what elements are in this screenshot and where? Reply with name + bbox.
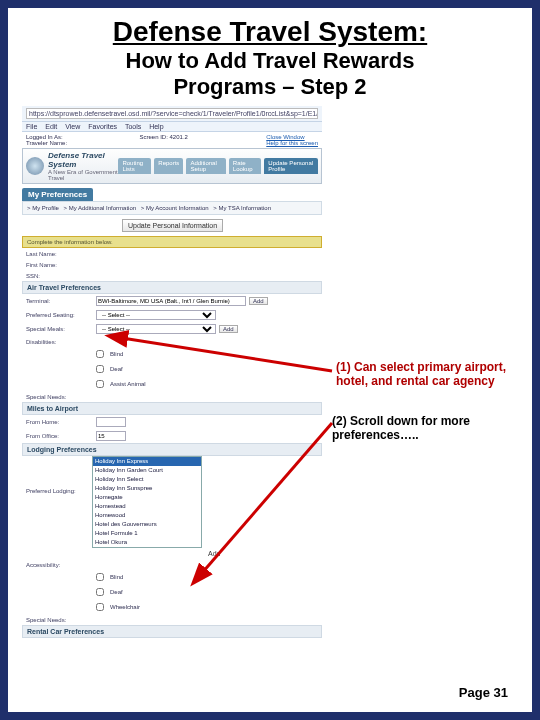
chk-assist-animal[interactable] xyxy=(96,380,104,388)
lodging-opt-7[interactable]: Hotel des Gouverneurs xyxy=(93,520,201,529)
menu-help[interactable]: Help xyxy=(149,123,163,130)
tab-reports[interactable]: Reports xyxy=(154,158,183,174)
tab-routing[interactable]: Routing Lists xyxy=(118,158,151,174)
chk-acc-blind[interactable] xyxy=(96,573,104,581)
from-office-field[interactable] xyxy=(96,431,126,441)
menu-tools[interactable]: Tools xyxy=(125,123,141,130)
dts-screenshot: https://dtsproweb.defensetravel.osd.mil/… xyxy=(22,106,322,638)
special-meals-select[interactable]: -- Select -- xyxy=(96,324,216,334)
crumb-addl-info[interactable]: > My Additional Information xyxy=(64,205,137,211)
label-last-name: Last Name: xyxy=(26,251,96,257)
status-row: Logged In As: Traveler Name: Screen ID: … xyxy=(22,132,322,148)
label-special-needs: Special Needs: xyxy=(26,394,96,400)
from-home-field[interactable] xyxy=(96,417,126,427)
my-preferences-tab[interactable]: My Preferences xyxy=(22,188,93,201)
update-personal-info-button[interactable]: Update Personal Information xyxy=(122,219,223,232)
slide-title-line3: Programs – Step 2 xyxy=(8,74,532,100)
browser-address-bar: https://dtsproweb.defensetravel.osd.mil/… xyxy=(22,106,322,122)
menu-edit[interactable]: Edit xyxy=(45,123,57,130)
label-accessibility: Accessibility: xyxy=(26,562,96,568)
dts-tagline: A New Era of Government Travel xyxy=(48,169,118,181)
crumb-account-info[interactable]: > My Account Information xyxy=(141,205,209,211)
lodging-opt-9[interactable]: Hotel Okura xyxy=(93,538,201,547)
menu-favorites[interactable]: Favorites xyxy=(88,123,117,130)
tab-rate-lookup[interactable]: Rate Lookup xyxy=(229,158,262,174)
air-travel-header: Air Travel Preferences xyxy=(22,281,322,294)
tab-additional-setup[interactable]: Additional Setup xyxy=(186,158,225,174)
label-from-home: From Home: xyxy=(26,419,96,425)
lodging-opt-8[interactable]: Hotel Formule 1 xyxy=(93,529,201,538)
lodging-opt-0[interactable]: Holiday Inn Express xyxy=(93,457,201,466)
rental-car-header: Rental Car Preferences xyxy=(22,625,322,638)
screen-id: Screen ID: 4201.2 xyxy=(140,134,188,146)
lodging-opt-5[interactable]: Homestead xyxy=(93,502,201,511)
chk-acc-wheelchair[interactable] xyxy=(96,603,104,611)
miles-to-airport-header: Miles to Airport xyxy=(22,402,322,415)
annotation-2: (2) Scroll down for more preferences….. xyxy=(332,414,517,442)
meals-add-button[interactable]: Add xyxy=(219,325,238,333)
tab-update-profile[interactable]: Update Personal Profile xyxy=(264,158,318,174)
crumb-profile[interactable]: > My Profile xyxy=(27,205,59,211)
lodging-opt-1[interactable]: Holiday Inn Garden Court xyxy=(93,466,201,475)
preferred-lodging-listbox[interactable]: Holiday Inn Express Holiday Inn Garden C… xyxy=(92,456,202,548)
dts-brand: Defense Travel System xyxy=(48,151,118,169)
label-terminal: Terminal: xyxy=(26,298,96,304)
label-preferred-seating: Preferred Seating: xyxy=(26,312,96,318)
slide-title-line1: Defense Travel System: xyxy=(8,16,532,48)
browser-url: https://dtsproweb.defensetravel.osd.mil/… xyxy=(26,108,318,119)
dts-logo-icon xyxy=(26,157,44,175)
chk-blind[interactable] xyxy=(96,350,104,358)
label-disabilities: Disabilities: xyxy=(26,339,96,345)
slide-title-line2: How to Add Travel Rewards xyxy=(8,48,532,74)
lodging-opt-2[interactable]: Holiday Inn Select xyxy=(93,475,201,484)
menu-view[interactable]: View xyxy=(65,123,80,130)
annotation-1: (1) Can select primary airport, hotel, a… xyxy=(336,360,521,388)
help-screen-link[interactable]: Help for this screen xyxy=(266,140,318,146)
dts-nav-tabs: Routing Lists Reports Additional Setup R… xyxy=(118,158,318,174)
label-preferred-lodging: Preferred Lodging: xyxy=(26,488,96,494)
complete-info-banner: Complete the information below. xyxy=(22,236,322,248)
lodging-add-button[interactable]: Add xyxy=(208,550,220,557)
terminal-add-button[interactable]: Add xyxy=(249,297,268,305)
lodging-opt-6[interactable]: Homewood xyxy=(93,511,201,520)
label-special-meals: Special Meals: xyxy=(26,326,96,332)
lodging-prefs-header: Lodging Preferences xyxy=(22,443,322,456)
page-number: Page 31 xyxy=(459,685,508,700)
disabilities-checkboxes: Blind Deaf Assist Animal xyxy=(22,347,322,391)
menu-file[interactable]: File xyxy=(26,123,37,130)
browser-menubar: File Edit View Favorites Tools Help xyxy=(22,122,322,132)
status-traveler: Traveler Name: xyxy=(26,140,67,146)
chk-acc-deaf[interactable] xyxy=(96,588,104,596)
dts-header: Defense Travel System A New Era of Gover… xyxy=(22,148,322,184)
preferred-seating-select[interactable]: -- Select -- xyxy=(96,310,216,320)
lodging-opt-4[interactable]: Homegate xyxy=(93,493,201,502)
accessibility-checkboxes: Blind Deaf Wheelchair xyxy=(22,570,322,614)
terminal-field[interactable] xyxy=(96,296,246,306)
label-first-name: First Name: xyxy=(26,262,96,268)
label-ssn: SSN: xyxy=(26,273,96,279)
lodging-opt-3[interactable]: Holiday Inn Sunspree xyxy=(93,484,201,493)
crumb-tsa-info[interactable]: > My TSA Information xyxy=(213,205,271,211)
label-lodging-special: Special Needs: xyxy=(26,617,96,623)
chk-deaf[interactable] xyxy=(96,365,104,373)
label-from-office: From Office: xyxy=(26,433,96,439)
breadcrumb: > My Profile > My Additional Information… xyxy=(22,201,322,215)
